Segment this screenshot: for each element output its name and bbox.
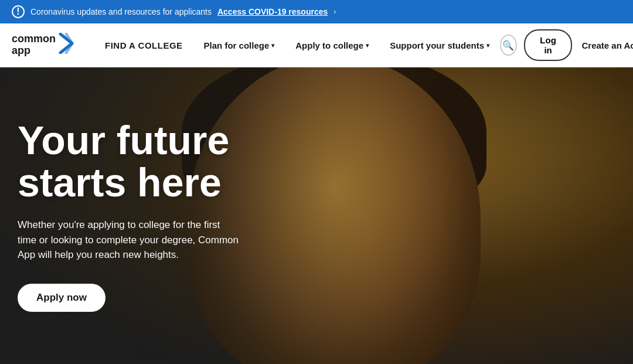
- hero-title: Your future starts here: [18, 120, 264, 203]
- navbar: common app FIND A COLLEGE Plan for colle…: [0, 23, 633, 67]
- alert-chevron-icon: ›: [333, 8, 336, 16]
- alert-text: Coronavirus updates and resources for ap…: [30, 7, 212, 16]
- apply-chevron-icon: ▾: [366, 42, 369, 49]
- alert-link[interactable]: Access COVID-19 resources: [217, 7, 328, 16]
- plan-chevron-icon: ▾: [271, 42, 274, 49]
- logo-text: common app: [12, 33, 56, 57]
- apply-now-button[interactable]: Apply now: [18, 284, 106, 312]
- logo[interactable]: common app: [12, 33, 77, 58]
- logo-icon: [58, 33, 77, 58]
- nav-find-college[interactable]: FIND A COLLEGE: [94, 23, 193, 67]
- alert-banner: ! Coronavirus updates and resources for …: [0, 0, 633, 23]
- login-button[interactable]: Log in: [524, 29, 573, 61]
- hero-subtitle: Whether you're applying to college for t…: [18, 217, 240, 263]
- search-icon: 🔍: [502, 40, 514, 51]
- nav-support-students[interactable]: Support your students ▾: [379, 23, 500, 67]
- nav-apply-college[interactable]: Apply to college ▾: [285, 23, 379, 67]
- nav-plan-college[interactable]: Plan for college ▾: [193, 23, 285, 67]
- support-chevron-icon: ▾: [486, 42, 489, 49]
- alert-icon: !: [12, 5, 25, 18]
- search-button[interactable]: 🔍: [500, 35, 517, 56]
- nav-links: FIND A COLLEGE Plan for college ▾ Apply …: [94, 23, 633, 67]
- hero-content: Your future starts here Whether you're a…: [0, 67, 633, 364]
- hero-section: Your future starts here Whether you're a…: [0, 67, 633, 364]
- create-account-button[interactable]: Create an Account: [581, 40, 633, 50]
